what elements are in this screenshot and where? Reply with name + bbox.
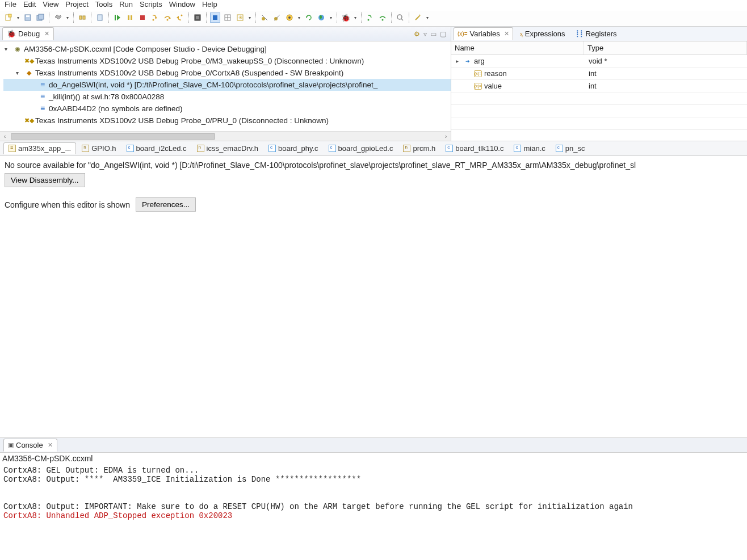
view-dropdown-icon[interactable]: ▿ bbox=[423, 30, 427, 38]
scroll-right-icon[interactable]: › bbox=[441, 133, 451, 140]
view-menu-icon[interactable]: ⚙ bbox=[414, 30, 420, 38]
view-disassembly-button[interactable]: View Disassembly... bbox=[5, 173, 85, 187]
editor-tab[interactable]: am335x_app_... bbox=[3, 142, 76, 154]
tab-expressions[interactable]: ᶍ Expressions bbox=[517, 28, 569, 40]
menu-edit[interactable]: Edit bbox=[23, 0, 36, 9]
step-asm-over-icon[interactable] bbox=[377, 12, 388, 23]
save-all-icon[interactable] bbox=[35, 12, 45, 23]
svg-rect-8 bbox=[98, 15, 102, 20]
menu-view[interactable]: View bbox=[43, 0, 58, 9]
new-target-icon[interactable]: ✳ bbox=[235, 12, 245, 23]
tab-console[interactable]: ▣ Console ✕ bbox=[3, 439, 57, 452]
editor-tab[interactable]: mian.c bbox=[509, 143, 549, 154]
editor-tab[interactable]: board_phy.c bbox=[264, 143, 323, 154]
probe-pru-row[interactable]: ✖◆ Texas Instruments XDS100v2 USB Debug … bbox=[3, 115, 451, 127]
tab-expressions-label: Expressions bbox=[525, 30, 565, 38]
wand-icon[interactable]: ✦ bbox=[413, 12, 423, 23]
new-icon[interactable] bbox=[3, 12, 14, 23]
close-icon[interactable]: ✕ bbox=[48, 441, 53, 449]
wand-dropdown[interactable]: ▾ bbox=[425, 12, 430, 23]
maximize-icon[interactable]: ▢ bbox=[440, 30, 446, 38]
col-type[interactable]: Type bbox=[584, 41, 747, 54]
menu-file[interactable]: File bbox=[5, 0, 16, 9]
save-icon[interactable] bbox=[23, 12, 33, 23]
earth-icon[interactable] bbox=[316, 12, 326, 23]
variable-row[interactable]: ▸➔argvoid * bbox=[451, 55, 747, 68]
svg-rect-12 bbox=[140, 15, 145, 20]
scroll-left-icon[interactable]: ‹ bbox=[0, 133, 10, 140]
refresh-icon[interactable] bbox=[304, 12, 314, 23]
stack-frame-icon: ≡ bbox=[39, 81, 47, 89]
editor-tab[interactable]: GPIO.h bbox=[77, 143, 120, 154]
menu-window[interactable]: Window bbox=[169, 0, 195, 9]
skip-breakpoints2-icon[interactable] bbox=[272, 12, 282, 23]
debug-tree[interactable]: ▾ ◉ AM3356-CM-pSDK.ccxml [Code Composer … bbox=[0, 41, 451, 131]
build-dropdown[interactable]: ▾ bbox=[65, 12, 70, 23]
col-name[interactable]: Name bbox=[451, 41, 584, 54]
editor-tab[interactable]: board_gpioLed.c bbox=[324, 143, 398, 154]
close-icon[interactable]: ✕ bbox=[44, 30, 49, 37]
tab-registers[interactable]: ┋┋ Registers bbox=[572, 28, 620, 40]
step-over-icon[interactable] bbox=[162, 12, 173, 23]
debug-config-row[interactable]: ▾ ◉ AM3356-CM-pSDK.ccxml [Code Composer … bbox=[3, 43, 451, 55]
thread-icon: ◆ bbox=[25, 69, 33, 77]
skip-breakpoints-icon[interactable] bbox=[259, 12, 270, 23]
tab-debug[interactable]: 🐞 Debug ✕ bbox=[2, 27, 54, 40]
variable-type: void * bbox=[584, 57, 747, 65]
new-target-dropdown[interactable]: ▾ bbox=[247, 12, 252, 23]
editor-tab[interactable]: prcm.h bbox=[398, 143, 440, 154]
console-output[interactable]: CortxA8: GEL Output: EDMA is turned on..… bbox=[0, 465, 747, 560]
tab-registers-label: Registers bbox=[586, 30, 617, 38]
editor-tab[interactable]: board_i2cLed.c bbox=[122, 143, 191, 154]
debug-dropdown[interactable]: ▾ bbox=[353, 12, 358, 23]
stack-frame-2[interactable]: ≡ 0xAABD44D2 (no symbols are defined) bbox=[3, 103, 451, 115]
h-file-icon bbox=[197, 145, 204, 152]
variable-row[interactable]: (x)=reasonint bbox=[451, 68, 747, 80]
connect-icon[interactable] bbox=[77, 12, 87, 23]
editor-tab[interactable]: board_tlk110.c bbox=[441, 143, 508, 154]
console-line: CortxA8: GEL Output: EDMA is turned on..… bbox=[3, 466, 744, 475]
menu-help[interactable]: Help bbox=[202, 0, 217, 9]
realtime-toggle-icon[interactable] bbox=[210, 12, 220, 23]
suspend-icon[interactable] bbox=[125, 12, 135, 23]
terminate-icon[interactable] bbox=[137, 12, 148, 23]
earth-dropdown[interactable]: ▾ bbox=[329, 12, 333, 23]
profile-icon[interactable] bbox=[284, 12, 295, 23]
stack-frame-0[interactable]: ≡ do_AngelSWI(int, void *) [D:/ti\Profin… bbox=[3, 79, 451, 91]
menu-scripts[interactable]: Scripts bbox=[140, 0, 162, 9]
scroll-thumb[interactable] bbox=[11, 133, 215, 140]
step-asm-into-icon[interactable] bbox=[365, 12, 375, 23]
editor-tab[interactable]: pn_sc bbox=[551, 143, 590, 154]
stack-frame-1[interactable]: ≡ _kill(int)() at swi.h:78 0x800A0288 bbox=[3, 91, 451, 103]
configure-editor-label: Configure when this editor is shown bbox=[5, 200, 130, 209]
step-into-icon[interactable] bbox=[150, 12, 160, 23]
editor-tab-label: board_i2cLed.c bbox=[136, 144, 187, 153]
editor-tab-label: mian.c bbox=[523, 144, 545, 153]
grid-icon[interactable] bbox=[223, 12, 233, 23]
new-dropdown[interactable]: ▾ bbox=[16, 12, 20, 23]
preferences-button[interactable]: Preferences... bbox=[136, 197, 196, 212]
editor-tab[interactable]: icss_emacDrv.h bbox=[192, 143, 263, 154]
build-icon[interactable] bbox=[53, 12, 63, 23]
menu-tools[interactable]: Tools bbox=[95, 0, 112, 9]
menu-project[interactable]: Project bbox=[65, 0, 88, 9]
profile-dropdown[interactable]: ▾ bbox=[297, 12, 301, 23]
close-icon[interactable]: ✕ bbox=[504, 30, 509, 37]
menu-run[interactable]: Run bbox=[119, 0, 133, 9]
debug-hscrollbar[interactable]: ‹ › bbox=[0, 131, 451, 141]
reset-icon[interactable] bbox=[192, 12, 203, 23]
assembly-step-icon[interactable] bbox=[95, 12, 105, 23]
variable-row[interactable]: (x)=valueint bbox=[451, 80, 747, 92]
probe-m3-row[interactable]: ✖◆ Texas Instruments XDS100v2 USB Debug … bbox=[3, 55, 451, 67]
resume-icon[interactable] bbox=[112, 12, 123, 23]
debug-icon[interactable]: 🐞 bbox=[341, 12, 351, 23]
svg-text:✦: ✦ bbox=[418, 14, 421, 17]
step-return-icon[interactable] bbox=[175, 12, 185, 23]
variable-type: int bbox=[584, 69, 747, 78]
c-file-icon bbox=[268, 145, 276, 152]
minimize-icon[interactable]: ▭ bbox=[430, 30, 437, 38]
search-icon[interactable] bbox=[395, 12, 405, 23]
variables-table: Name Type ▸➔argvoid *(x)=reasonint(x)=va… bbox=[451, 41, 747, 141]
tab-variables[interactable]: (x)= Variables ✕ bbox=[454, 27, 513, 40]
probe-a8-row[interactable]: ▾ ◆ Texas Instruments XDS100v2 USB Debug… bbox=[3, 67, 451, 79]
